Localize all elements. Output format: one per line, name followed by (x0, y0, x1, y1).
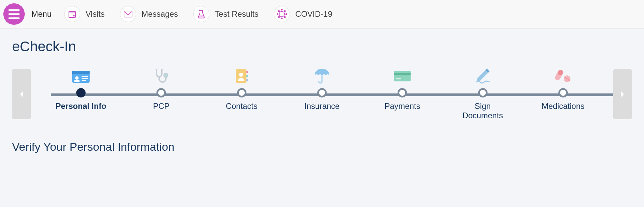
menu-button[interactable] (3, 3, 25, 25)
svg-point-36 (239, 73, 243, 77)
step-dot (317, 88, 327, 97)
address-book-icon (232, 68, 251, 84)
step-sign-documents[interactable]: Sign Documents (453, 68, 513, 120)
nav-item-visits[interactable]: Visits (62, 5, 107, 23)
stepper: Personal Info PCP (12, 68, 632, 120)
step-personal-info[interactable]: Personal Info (51, 68, 111, 120)
section-title: Verify Your Personal Information (12, 140, 632, 153)
svg-rect-28 (74, 80, 80, 82)
svg-point-18 (279, 11, 280, 12)
svg-rect-38 (246, 75, 248, 77)
step-dot (156, 88, 166, 97)
pills-icon (554, 68, 572, 84)
nav-item-covid[interactable]: COVID-19 (271, 5, 335, 23)
svg-point-16 (286, 14, 287, 15)
step-pcp[interactable]: PCP (131, 68, 191, 120)
svg-rect-5 (73, 15, 75, 16)
svg-rect-2 (8, 17, 20, 19)
hamburger-icon (8, 9, 20, 19)
svg-rect-30 (82, 78, 88, 79)
svg-point-34 (161, 69, 163, 71)
svg-point-24 (285, 17, 286, 18)
virus-icon (274, 6, 290, 22)
page-title: eCheck-In (12, 39, 632, 55)
step-label: Insurance (304, 101, 339, 111)
svg-rect-44 (396, 78, 401, 79)
id-card-icon (72, 68, 90, 84)
step-label: Payments (385, 101, 420, 111)
stepper-prev-button[interactable] (12, 69, 31, 119)
svg-point-10 (282, 9, 283, 10)
calendar-icon (64, 6, 80, 22)
stethoscope-icon (152, 68, 171, 84)
svg-point-27 (75, 76, 79, 80)
svg-point-32 (164, 73, 168, 77)
umbrella-icon (313, 68, 331, 84)
nav-item-label: Messages (141, 9, 178, 19)
svg-rect-1 (8, 13, 20, 15)
nav-item-messages[interactable]: Messages (117, 5, 181, 23)
step-label: PCP (153, 101, 170, 111)
nav-item-label: Test Results (215, 9, 258, 19)
envelope-icon (120, 6, 136, 22)
step-insurance[interactable]: Insurance (292, 68, 352, 120)
top-nav: Menu Visits Messages Test (0, 0, 644, 28)
chevron-right-icon (619, 90, 626, 98)
svg-point-33 (156, 69, 157, 71)
step-dot (237, 88, 246, 97)
step-dot (478, 88, 488, 97)
credit-card-icon (393, 68, 412, 84)
step-dot (76, 88, 86, 97)
svg-rect-4 (69, 11, 76, 13)
step-label: Sign Documents (456, 101, 510, 120)
signature-icon (473, 68, 492, 84)
svg-rect-6 (124, 11, 132, 17)
svg-point-22 (279, 17, 280, 18)
svg-rect-43 (394, 73, 411, 75)
stepper-next-button[interactable] (613, 69, 632, 119)
step-contacts[interactable]: Contacts (212, 68, 272, 120)
svg-point-20 (285, 11, 286, 12)
step-dot (558, 88, 568, 97)
chevron-left-icon (18, 90, 25, 98)
stepper-track: Personal Info PCP (31, 68, 613, 120)
svg-rect-42 (394, 71, 411, 81)
nav-item-label: COVID-19 (295, 9, 332, 19)
svg-point-14 (277, 14, 278, 15)
flask-icon (193, 6, 209, 22)
nav-item-label: Visits (86, 9, 105, 19)
nav-item-test-results[interactable]: Test Results (191, 5, 261, 23)
svg-rect-0 (8, 9, 20, 11)
step-label: Medications (542, 101, 584, 111)
svg-rect-39 (246, 79, 248, 81)
step-medications[interactable]: Medications (533, 68, 593, 120)
svg-rect-31 (82, 80, 86, 81)
svg-rect-29 (82, 76, 88, 77)
content-area: eCheck-In (0, 28, 644, 163)
step-label: Personal Info (56, 101, 106, 111)
step-payments[interactable]: Payments (372, 68, 432, 120)
svg-rect-37 (246, 71, 248, 73)
step-dot (398, 88, 407, 97)
svg-rect-26 (72, 71, 90, 74)
menu-label[interactable]: Menu (31, 9, 51, 19)
svg-point-12 (282, 18, 283, 19)
step-label: Contacts (226, 101, 257, 111)
